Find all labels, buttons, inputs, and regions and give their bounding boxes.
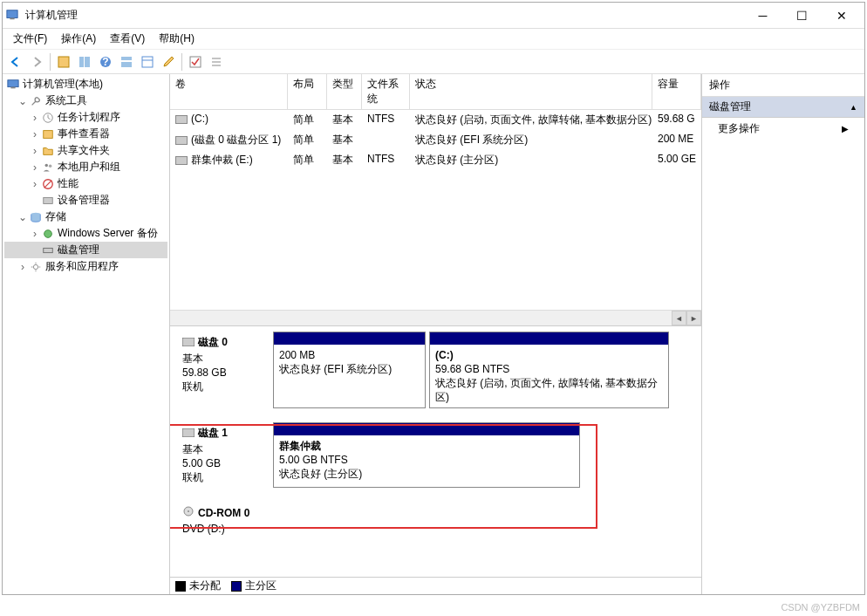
forward-button[interactable]: [27, 52, 46, 72]
svg-point-20: [49, 164, 52, 168]
checkbox-button[interactable]: [186, 52, 205, 72]
tree-label: 系统工具: [45, 93, 87, 108]
view-button-1[interactable]: [75, 52, 94, 72]
scroll-left-icon[interactable]: ◄: [672, 311, 686, 325]
close-button[interactable]: ✕: [822, 3, 861, 28]
expand-icon[interactable]: ›: [29, 228, 41, 240]
expand-icon[interactable]: ›: [29, 112, 41, 124]
back-button[interactable]: [6, 52, 25, 72]
watermark: CSDN @YZBFDM: [781, 602, 860, 613]
maximize-button[interactable]: ☐: [782, 3, 822, 28]
expand-icon[interactable]: ›: [29, 145, 41, 157]
svg-rect-16: [10, 86, 15, 88]
disk-partition[interactable]: (C:) 59.68 GB NTFS 状态良好 (启动, 页面文件, 故障转储,…: [429, 332, 669, 408]
volume-row[interactable]: 群集仲裁 (E:) 简单 基本 NTFS 状态良好 (主分区) 5.00 GE: [170, 150, 701, 170]
svg-rect-26: [44, 248, 53, 252]
menu-help[interactable]: 帮助(H): [152, 30, 201, 48]
swatch-primary: [231, 581, 242, 592]
tree-local-users[interactable]: ›本地用户和组: [4, 159, 167, 175]
tree-label: 本地用户和组: [58, 160, 120, 175]
svg-rect-11: [190, 57, 201, 67]
col-filesystem[interactable]: 文件系统: [362, 74, 410, 109]
properties-button[interactable]: [159, 52, 178, 72]
svg-rect-9: [142, 57, 153, 67]
event-icon: [41, 127, 55, 141]
tree-event-viewer[interactable]: ›事件查看器: [4, 126, 167, 142]
actions-more-label: 更多操作: [718, 121, 760, 136]
tree-performance[interactable]: ›性能: [4, 175, 167, 192]
view-button-2[interactable]: [117, 52, 136, 72]
toolbar: ?: [3, 50, 864, 74]
tree-storage[interactable]: ⌄ 存储: [4, 209, 167, 225]
expand-icon[interactable]: ›: [29, 178, 41, 190]
horizontal-scrollbar[interactable]: ◄ ►: [170, 310, 701, 325]
actions-category[interactable]: 磁盘管理 ▲: [702, 97, 864, 118]
tree-label: Windows Server 备份: [58, 226, 158, 241]
collapse-icon[interactable]: ⌄: [17, 95, 29, 107]
tree-device-manager[interactable]: 设备管理器: [4, 192, 167, 209]
tree-shared-folders[interactable]: ›共享文件夹: [4, 142, 167, 159]
expand-icon[interactable]: ›: [29, 161, 41, 174]
svg-rect-29: [182, 428, 195, 437]
scroll-right-icon[interactable]: ►: [686, 311, 701, 325]
tree-server-backup[interactable]: ›Windows Server 备份: [4, 225, 167, 242]
volume-row[interactable]: (磁盘 0 磁盘分区 1) 简单 基本 状态良好 (EFI 系统分区) 200 …: [170, 130, 701, 150]
collapse-icon[interactable]: ⌄: [17, 211, 29, 223]
tree-root[interactable]: 计算机管理(本地): [4, 76, 167, 92]
tree-label: 共享文件夹: [58, 143, 110, 158]
menu-action[interactable]: 操作(A): [54, 30, 103, 48]
actions-header: 操作: [702, 74, 864, 97]
col-status[interactable]: 状态: [410, 74, 652, 109]
legend-primary: 主分区: [245, 579, 276, 592]
disk-row: 磁盘 0 基本59.88 GB联机 200 MB 状态良好 (EFI 系统分区)…: [177, 332, 694, 408]
col-layout[interactable]: 布局: [288, 74, 327, 109]
tree-panel: 计算机管理(本地) ⌄ 系统工具 ›任务计划程序 ›事件查看器 ›共享文件夹 ›…: [3, 74, 170, 594]
disk-partition[interactable]: 200 MB 状态良好 (EFI 系统分区): [273, 332, 426, 408]
cdrom-row[interactable]: CD-ROM 0 DVD (D:): [177, 502, 694, 539]
minimize-button[interactable]: ─: [743, 3, 782, 28]
tree-services[interactable]: › 服务和应用程序: [4, 258, 167, 275]
services-icon: [29, 260, 43, 274]
svg-point-19: [45, 163, 49, 167]
disk-icon: [41, 243, 55, 257]
collapse-icon: ▲: [850, 103, 857, 112]
disk-header[interactable]: 磁盘 1 基本5.00 GB联机: [177, 422, 273, 488]
tree-system-tools[interactable]: ⌄ 系统工具: [4, 92, 167, 109]
list-button[interactable]: [207, 52, 226, 72]
backup-icon: [41, 227, 55, 241]
tree-task-scheduler[interactable]: ›任务计划程序: [4, 109, 167, 126]
col-capacity[interactable]: 容量: [652, 74, 701, 109]
menu-file[interactable]: 文件(F): [6, 30, 54, 48]
svg-rect-2: [58, 57, 69, 67]
disk-partition[interactable]: 群集仲裁 5.00 GB NTFS 状态良好 (主分区): [273, 422, 580, 488]
svg-point-31: [188, 510, 189, 512]
svg-rect-15: [8, 79, 18, 86]
volume-row[interactable]: (C:) 简单 基本 NTFS 状态良好 (启动, 页面文件, 故障转储, 基本…: [170, 110, 701, 130]
computer-icon: [6, 78, 20, 92]
performance-icon: [41, 177, 55, 191]
menu-view[interactable]: 查看(V): [103, 30, 152, 48]
svg-rect-23: [44, 197, 53, 203]
tree-label: 设备管理器: [58, 193, 110, 208]
disk-header[interactable]: 磁盘 0 基本59.88 GB联机: [177, 332, 273, 408]
help-button[interactable]: ?: [96, 52, 115, 72]
col-type[interactable]: 类型: [327, 74, 362, 109]
expand-icon[interactable]: ›: [29, 128, 41, 140]
actions-more[interactable]: 更多操作 ▶: [702, 118, 864, 140]
volume-list: 卷 布局 类型 文件系统 状态 容量 (C:) 简单 基本 NTFS 状态良好 …: [170, 74, 701, 310]
columns-header: 卷 布局 类型 文件系统 状态 容量: [170, 74, 701, 110]
col-volume[interactable]: 卷: [170, 74, 288, 109]
show-hide-button[interactable]: [54, 52, 73, 72]
svg-text:?: ?: [102, 56, 108, 68]
legend: 未分配 主分区: [170, 577, 701, 594]
tree-disk-management[interactable]: 磁盘管理: [4, 242, 167, 258]
expand-icon[interactable]: ›: [17, 261, 29, 273]
submenu-icon: ▶: [842, 124, 849, 133]
svg-rect-3: [79, 57, 84, 67]
view-button-3[interactable]: [138, 52, 157, 72]
titlebar: 计算机管理 ─ ☐ ✕: [3, 3, 864, 29]
svg-line-22: [44, 180, 52, 188]
svg-point-25: [44, 229, 52, 237]
swatch-unallocated: [175, 581, 186, 592]
tree-label: 性能: [58, 176, 79, 191]
